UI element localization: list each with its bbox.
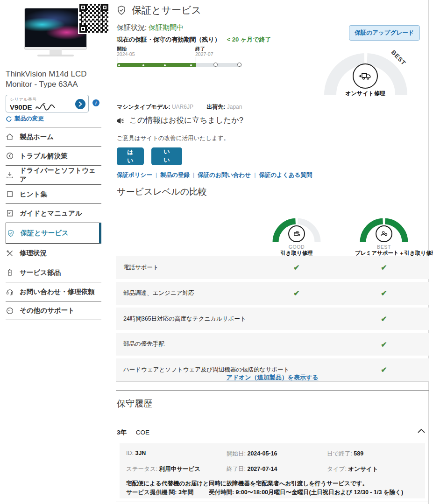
feedback-question: この情報はお役に立ちましたか? — [129, 115, 243, 126]
product-image — [25, 8, 86, 49]
plan-description-text: 宅配便による代替機のお届けと同時に故障機器を宅配業者へお引渡しを行うサービスです… — [126, 479, 419, 488]
warranty-status: 保証状況: 保証期間中 — [117, 23, 184, 32]
table-row: 電話サポート ✔ ✔ — [116, 256, 429, 279]
warranty-main-panel: 保証とサービス 保証状況: 保証期間中 現在の保証・保守の有効期間（残り） < … — [116, 0, 429, 504]
serial-value: V90DE — [10, 103, 32, 111]
detail-days-to-end: 日で終了: 589 — [327, 450, 419, 458]
feature-label: 部品の優先手配 — [123, 340, 164, 349]
parts-icon — [6, 268, 14, 277]
check-best: ✔ — [377, 289, 391, 298]
sidebar-item-warranty-services[interactable]: 保証とサービス — [6, 223, 101, 244]
feedback-yes-button[interactable]: はい — [117, 147, 144, 165]
download-icon — [6, 171, 14, 179]
chevron-up-icon[interactable] — [418, 428, 425, 433]
feedback-no-button[interactable]: いいえ — [151, 147, 182, 165]
gauge-tier-label: BEST — [355, 244, 413, 250]
sidebar-item-service-parts[interactable]: サービス部品 — [6, 263, 101, 282]
link-warranty-policy[interactable]: 保証ポリシー — [117, 172, 152, 178]
sidebar-item-label: お問い合わせ・修理依頼 — [20, 287, 95, 296]
plan-description: 宅配便による代替機のお届けと同時に故障機器を宅配業者へお引渡しを行うサービスです… — [126, 479, 419, 497]
plan-term: 3年 — [117, 429, 127, 436]
qr-finder — [79, 4, 87, 11]
link-separator: | — [156, 172, 157, 178]
show-addons-link[interactable]: アドオン（追加製品）を表示する — [226, 374, 318, 381]
more-support-icon — [6, 307, 14, 315]
link-separator: | — [193, 172, 194, 178]
onsite-repair-label: オンサイト修理 — [320, 90, 410, 98]
sidebar-item-label: トラブル解決策 — [20, 152, 68, 161]
sidebar-item-label: 保証とサービス — [21, 229, 69, 238]
pickup-repair-icon — [288, 225, 305, 242]
table-row: 24時間365日対応の高度なテクニカルサポート ✔ — [116, 308, 429, 330]
product-title: ThinkVision M14d LCD Monitor - Type 63AA — [6, 69, 106, 90]
table-row: 部品の優先手配 ✔ — [116, 333, 429, 356]
timeline-dot — [164, 64, 166, 66]
sidebar-item-label: 製品ホーム — [20, 133, 54, 141]
good-tier-gauge: GOOD 引き取り修理 — [268, 212, 326, 257]
detail-end-date: 終了日: 2027-07-14 — [227, 465, 327, 473]
serial-number-box[interactable]: シリアル番号 V90DE — [6, 95, 89, 112]
serial-submit-button[interactable] — [75, 99, 85, 109]
qr-finder — [79, 25, 87, 33]
detail-start-date: 開始日: 2024-05-16 — [227, 450, 327, 458]
timeline-tick — [196, 57, 196, 63]
divider — [116, 502, 429, 502]
timeline-tick — [118, 57, 118, 63]
qr-finder — [101, 4, 108, 11]
timeline-progress-fill — [117, 63, 196, 67]
hours-value: 9:00〜18:00月曜日〜金曜日(土日祝日および 12/30 - 1/3 を除… — [236, 489, 404, 496]
maintenance-history-title: 保守履歴 — [117, 398, 152, 410]
premier-support-icon — [376, 225, 392, 242]
sidebar-item-other-support[interactable]: その他のサポート — [6, 301, 101, 320]
check-best: ✔ — [377, 314, 391, 323]
check-best: ✔ — [377, 263, 391, 272]
home-icon — [6, 133, 14, 141]
info-icon[interactable]: i — [92, 99, 99, 106]
timeline-dot — [142, 64, 144, 66]
warranty-period-remaining: < 20 ヶ月で終了 — [227, 36, 271, 43]
monitor-stand — [50, 49, 62, 55]
warranty-upgrade-button[interactable]: 保証のアップグレード — [349, 25, 420, 41]
shield-check-icon — [116, 5, 127, 16]
megaphone-icon — [116, 116, 125, 125]
feature-label: 24時間365日対応の高度なテクニカルサポート — [123, 315, 246, 323]
link-product-registration[interactable]: 製品の登録 — [160, 172, 190, 178]
change-product-link[interactable]: 製品の変更 — [6, 115, 44, 123]
check-good: ✔ — [290, 289, 304, 298]
link-warranty-faq[interactable]: 保証のよくある質問 — [259, 172, 312, 178]
link-warranty-contact[interactable]: 保証のお問い合わせ — [198, 172, 251, 178]
sidebar-item-troubleshooting[interactable]: トラブル解決策 — [6, 146, 101, 165]
feedback-subtext: ご意見はサイトの改善に活用いたします。 — [117, 134, 229, 142]
sidebar-item-label: サービス部品 — [20, 268, 61, 277]
sidebar-item-label: ヒント集 — [20, 190, 47, 199]
sidebar-item-repair-status[interactable]: 修理状況 — [6, 244, 101, 263]
machine-info: マシンタイプモデル: UAR6JP 出荷先: Japan — [117, 103, 242, 111]
check-best: ✔ — [377, 340, 391, 349]
plan-name: COE — [136, 429, 149, 436]
refresh-icon — [6, 116, 12, 122]
guide-icon — [6, 209, 14, 217]
feature-label: 電話サポート — [123, 263, 159, 272]
warranty-status-value: 保証期間中 — [149, 23, 184, 31]
timeline-bar — [117, 63, 242, 67]
sidebar-item-label: その他のサポート — [20, 306, 75, 315]
product-sidebar: ThinkVision M14d LCD Monitor - Type 63AA… — [0, 0, 112, 504]
warranty-period: 現在の保証・保守の有効期間（残り） < 20 ヶ月で終了 — [117, 35, 271, 44]
provision-value: 3年間 — [178, 489, 193, 496]
link-separator: | — [254, 172, 256, 178]
table-row: 部品調達、エンジニア対応 ✔ ✔ — [116, 282, 429, 305]
sidebar-item-guides-manuals[interactable]: ガイドとマニュアル — [6, 203, 101, 223]
machine-type-value: UAR6JP — [172, 104, 193, 110]
ship-to-value: Japan — [227, 104, 242, 110]
sidebar-item-drivers-software[interactable]: ドライバーとソフトウェア — [6, 165, 101, 184]
feature-label: 部品調達、エンジニア対応 — [123, 289, 194, 298]
warranty-timeline: 開始 2024-05 終了 2027-07 — [117, 46, 243, 69]
sidebar-item-contact-repair[interactable]: お問い合わせ・修理依頼 — [6, 282, 101, 301]
change-product-label: 製品の変更 — [14, 115, 44, 123]
sidebar-item-tips[interactable]: ヒント集 — [6, 184, 101, 203]
divider — [116, 390, 429, 391]
best-service-gauge: BEST オンサイト修理 — [320, 46, 411, 99]
sidebar-item-product-home[interactable]: 製品ホーム — [6, 127, 101, 146]
sidebar-item-label: ガイドとマニュアル — [20, 209, 82, 218]
plan-header-row[interactable]: 3年 COE — [117, 428, 428, 437]
